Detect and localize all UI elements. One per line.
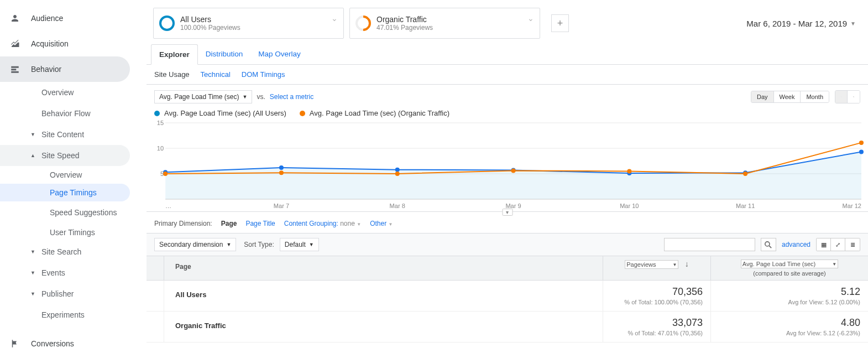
subtab-technical[interactable]: Technical [201, 70, 231, 79]
compare-metric-link[interactable]: Select a metric [270, 93, 313, 101]
view-percent-icon[interactable]: ⤢ [831, 238, 845, 251]
nav-acquisition[interactable]: Acquisition [0, 31, 147, 56]
dropdown-icon: ▼ [672, 262, 677, 267]
nav-site-speed[interactable]: ▲Site Speed [0, 145, 130, 166]
site-speed-label: Site Speed [41, 151, 80, 160]
line-chart-icon[interactable] [835, 91, 848, 103]
th-pageviews[interactable]: Pageviews▼ ↓ [603, 256, 710, 280]
row-main-value: 70,356 [611, 286, 703, 298]
conversions-label: Conversions [31, 339, 74, 348]
dim-cg-label: Content Grouping: [284, 220, 338, 227]
row-main-value: 5.12 [719, 286, 860, 298]
site-content-label: Site Content [41, 130, 84, 139]
dropdown-icon: ▼ [389, 222, 393, 227]
svg-point-0 [853, 96, 854, 97]
dim-content-grouping[interactable]: Content Grouping: none ▼ [284, 220, 361, 227]
segment-all-users[interactable]: All Users 100.00% Pageviews ⌄ [153, 8, 344, 39]
nav-conversions[interactable]: Conversions [0, 331, 147, 356]
dropdown-icon: ▼ [850, 20, 856, 27]
svg-point-24 [279, 170, 284, 175]
motion-chart-icon[interactable] [848, 91, 860, 103]
svg-point-28 [743, 172, 747, 176]
site-search-label: Site Search [41, 247, 81, 256]
dim-other-label: Other [370, 220, 386, 227]
nav-publisher[interactable]: ▼Publisher [0, 283, 147, 304]
tab-map-overlay[interactable]: Map Overlay [250, 44, 308, 64]
publisher-label: Publisher [41, 289, 74, 298]
advanced-link[interactable]: advanced [782, 241, 811, 248]
btn-day[interactable]: Day [751, 91, 774, 102]
nav-page-timings[interactable]: Page Timings [0, 184, 130, 201]
dim-page[interactable]: Page [221, 220, 237, 227]
view-perf-icon[interactable]: ≣ [845, 238, 860, 251]
behavior-label: Behavior [31, 65, 61, 74]
segment-ring-icon [352, 12, 374, 34]
row-loadtime: 4.80 Avg for View: 5.12 (-6.23%) [710, 312, 868, 342]
svg-point-22 [859, 149, 864, 154]
th-load-sub: (compared to site average) [718, 270, 861, 277]
segment-organic[interactable]: Organic Traffic 47.01% Pageviews ⌄ [349, 8, 540, 39]
chart-legend: Avg. Page Load Time (sec) (All Users) Av… [147, 107, 868, 117]
vs-label: vs. [257, 93, 265, 101]
th-load-time-select[interactable]: Avg. Page Load Time (sec)▼ [741, 260, 838, 268]
nav-speed-overview[interactable]: Overview [0, 166, 147, 184]
dim-other[interactable]: Other ▼ [370, 220, 393, 227]
legend-dot-icon [154, 111, 160, 116]
view-data-table-icon[interactable]: ▦ [817, 238, 831, 251]
dropdown-icon: ▼ [243, 94, 248, 100]
nav-events[interactable]: ▼Events [0, 262, 147, 283]
secondary-dimension-select[interactable]: Secondary dimension▼ [154, 238, 236, 251]
nav-site-content[interactable]: ▼Site Content [0, 124, 147, 145]
chart-expand-handle[interactable]: ▾ [502, 209, 513, 216]
nav-behavior[interactable]: Behavior [0, 56, 130, 82]
nav-overview[interactable]: Overview [0, 82, 147, 103]
row-main-value: 33,073 [611, 317, 703, 329]
sort-type-select[interactable]: Default▼ [280, 238, 319, 251]
svg-text:Mar 11: Mar 11 [736, 203, 755, 209]
date-range-picker[interactable]: Mar 6, 2019 - Mar 12, 2019 ▼ [746, 19, 861, 28]
table-search-input[interactable] [664, 238, 755, 251]
table-row[interactable]: All Users 70,356 % of Total: 100.00% (70… [147, 281, 868, 312]
sort-value: Default [285, 241, 306, 248]
caret-icon: ▼ [30, 291, 36, 297]
th-load-time[interactable]: Avg. Page Load Time (sec)▼ (compared to … [710, 256, 868, 280]
subtab-dom-timings[interactable]: DOM Timings [242, 70, 285, 79]
sidebar: Audience Acquisition Behavior Overview B… [0, 0, 147, 358]
tab-distribution[interactable]: Distribution [198, 44, 251, 64]
nav-site-search[interactable]: ▼Site Search [0, 241, 147, 262]
svg-point-27 [627, 169, 631, 173]
svg-text:…: … [165, 203, 171, 209]
dropdown-icon: ▼ [226, 242, 231, 247]
nav-speed-suggestions[interactable]: Speed Suggestions [0, 201, 147, 224]
th-page[interactable]: Page [164, 256, 603, 280]
add-segment-button[interactable]: + [551, 14, 569, 32]
btn-month[interactable]: Month [801, 91, 829, 102]
nav-user-timings[interactable]: User Timings [0, 224, 147, 241]
report-tabs: Explorer Distribution Map Overlay [147, 44, 868, 65]
segment-ring-icon [159, 15, 175, 31]
svg-point-25 [395, 172, 400, 176]
search-button[interactable] [761, 238, 776, 251]
subtab-site-usage[interactable]: Site Usage [154, 70, 190, 79]
table-row[interactable]: Organic Traffic 33,073 % of Total: 47.01… [147, 312, 868, 343]
th-pageviews-select[interactable]: Pageviews▼ [625, 260, 678, 269]
nav-behavior-flow[interactable]: Behavior Flow [0, 103, 147, 124]
btn-week[interactable]: Week [774, 91, 801, 102]
nav-experiments[interactable]: Experiments [0, 304, 147, 325]
nav-audience[interactable]: Audience [0, 6, 147, 31]
line-chart[interactable]: 51015…Mar 7Mar 8Mar 9Mar 10Mar 11Mar 12 [154, 117, 866, 211]
svg-point-23 [163, 172, 168, 176]
th-spacer [147, 256, 164, 280]
primary-metric-select[interactable]: Avg. Page Load Time (sec)▼ [154, 90, 252, 103]
table-view-group: ▦ ⤢ ≣ [816, 238, 860, 251]
svg-text:Mar 8: Mar 8 [390, 203, 405, 209]
caret-icon: ▼ [30, 249, 36, 255]
svg-text:Mar 7: Mar 7 [274, 203, 289, 209]
legend-organic: Avg. Page Load Time (sec) (Organic Traff… [300, 109, 449, 117]
dim-page-title[interactable]: Page Title [245, 220, 275, 227]
svg-text:15: 15 [157, 120, 164, 126]
tab-explorer[interactable]: Explorer [151, 44, 198, 65]
row-pageviews: 33,073 % of Total: 47.01% (70,356) [603, 312, 710, 342]
person-icon [10, 13, 21, 23]
search-icon [765, 241, 772, 248]
